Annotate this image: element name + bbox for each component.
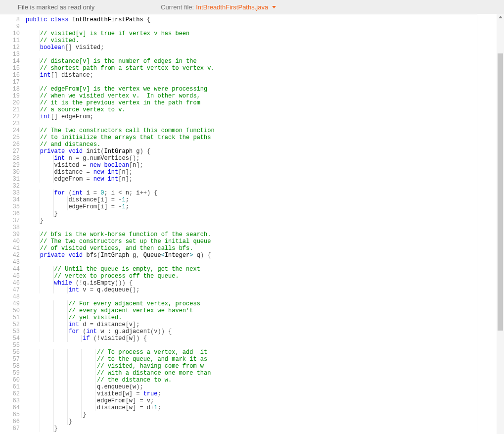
code-line[interactable]: // vertex to process off the queue. [26,273,504,280]
code-line[interactable] [26,259,504,266]
current-file-selector[interactable]: Current file: IntBreadthFirstPaths.java [161,3,276,11]
code-area[interactable]: public class IntBreadthFirstPaths { // v… [23,14,504,434]
code-line[interactable]: int[] distance; [26,72,504,79]
code-line[interactable]: // to initialize the arrays that track t… [26,134,504,141]
code-line[interactable]: public class IntBreadthFirstPaths { [26,16,504,23]
line-number: 50 [0,307,23,314]
line-number: 55 [0,342,23,349]
line-number: 32 [0,183,23,190]
code-line[interactable]: // visited. [26,37,504,44]
line-number: 12 [0,44,23,51]
code-line[interactable]: // every adjacent vertex we haven't [26,307,504,314]
scroll-up-arrow-icon[interactable] [499,16,503,18]
code-line[interactable] [26,183,504,190]
line-number: 14 [0,58,23,65]
code-line[interactable]: distance[i] = -1; [26,196,504,203]
code-line[interactable]: // The two constructors call this common… [26,127,504,134]
code-line[interactable]: int[] edgeFrom; [26,113,504,120]
line-number: 48 [0,293,23,300]
code-line[interactable]: int n = g.numVertices(); [26,155,504,162]
code-line[interactable] [26,51,504,58]
code-line[interactable]: private void init(IntGraph g) { [26,148,504,155]
code-line[interactable]: edgeFrom[i] = -1; [26,203,504,210]
code-line[interactable]: } [26,210,504,217]
line-number: 52 [0,321,23,328]
line-number: 18 [0,86,23,93]
line-number: 11 [0,37,23,44]
code-line[interactable]: // For every adjacent vertex, process [26,300,504,307]
line-number: 16 [0,72,23,79]
code-line[interactable]: // and distances. [26,141,504,148]
code-line[interactable]: // it is the previous vertex in the path… [26,99,504,106]
code-line[interactable]: q.enqueue(w); [26,384,504,390]
line-number: 19 [0,93,23,99]
code-line[interactable]: distance[w] = d+1; [26,404,504,411]
code-line[interactable]: // with a distance one more than [26,370,504,377]
code-line[interactable]: } [26,411,504,418]
code-line[interactable]: for (int w : g.adjacent(v)) { [26,328,504,335]
line-number: 53 [0,328,23,335]
line-number: 40 [0,238,23,245]
code-line[interactable]: } [26,425,504,432]
vertical-scrollbar[interactable] [497,14,504,434]
scrollbar-thumb[interactable] [498,53,503,331]
line-number: 24 [0,127,23,134]
line-number: 35 [0,203,23,210]
line-number: 37 [0,217,23,224]
code-line[interactable]: // edgeFrom[v] is the vertex we were pro… [26,86,504,93]
code-line[interactable]: // the distance to w. [26,377,504,384]
line-number: 67 [0,425,23,432]
line-number: 34 [0,196,23,203]
code-line[interactable]: // To process a vertex, add it [26,349,504,356]
code-line[interactable]: // visited[v] is true if vertex v has be… [26,30,504,37]
code-line[interactable]: visited = new boolean[n]; [26,162,504,169]
line-number: 58 [0,363,23,370]
line-number: 15 [0,65,23,72]
line-number: 17 [0,79,23,86]
line-number: 51 [0,314,23,321]
line-number: 8 [0,16,23,23]
code-line[interactable]: // The two constructors set up the initi… [26,238,504,245]
line-number: 60 [0,377,23,384]
code-line[interactable]: for (int i = 0; i < n; i++) { [26,190,504,196]
code-line[interactable]: // distance[v] is the number of edges in… [26,58,504,65]
code-line[interactable]: } [26,217,504,224]
code-line[interactable] [26,293,504,300]
line-number: 44 [0,266,23,273]
line-number-gutter: 8910111213141516171819202122232425262728… [0,14,23,434]
code-line[interactable]: visited[w] = true; [26,390,504,397]
code-line[interactable]: // shortest path from a start vertex to … [26,65,504,72]
code-line[interactable]: // Until the queue is empty, get the nex… [26,266,504,273]
code-line[interactable] [26,79,504,86]
code-line[interactable]: while (!q.isEmpty()) { [26,280,504,287]
code-line[interactable]: // when we visited vertex v. In other wo… [26,93,504,99]
code-line[interactable]: // visited, having come from w [26,363,504,370]
code-line[interactable] [26,224,504,231]
code-line[interactable]: boolean[] visited; [26,44,504,51]
code-line[interactable]: edgeFrom = new int[n]; [26,176,504,183]
line-number: 56 [0,349,23,356]
code-line[interactable]: if (!visited[w]) { [26,335,504,342]
code-line[interactable]: // of visited vertices, and then calls b… [26,245,504,252]
code-line[interactable]: private void bfs(IntGraph g, Queue<Integ… [26,252,504,259]
line-number: 64 [0,404,23,411]
code-editor[interactable]: 8910111213141516171819202122232425262728… [0,14,504,434]
line-number: 10 [0,30,23,37]
current-file-name: IntBreadthFirstPaths.java [196,3,268,11]
code-line[interactable]: int d = distance[v]; [26,321,504,328]
code-line[interactable]: // bfs is the work-horse function of the… [26,231,504,238]
code-line[interactable] [26,120,504,127]
code-line[interactable]: edgeFrom[w] = v; [26,397,504,404]
code-line[interactable]: // a source vertex to v. [26,106,504,113]
code-line[interactable]: } [26,418,504,425]
code-line[interactable]: distance = new int[n]; [26,169,504,176]
code-line[interactable]: int v = q.dequeue(); [26,287,504,293]
code-line[interactable] [26,23,504,30]
line-number: 61 [0,384,23,390]
code-line[interactable] [26,342,504,349]
current-file-label: Current file: [161,3,194,11]
line-number: 21 [0,106,23,113]
code-line[interactable]: // yet visited. [26,314,504,321]
line-number: 20 [0,99,23,106]
code-line[interactable]: // to the queue, and mark it as [26,356,504,363]
